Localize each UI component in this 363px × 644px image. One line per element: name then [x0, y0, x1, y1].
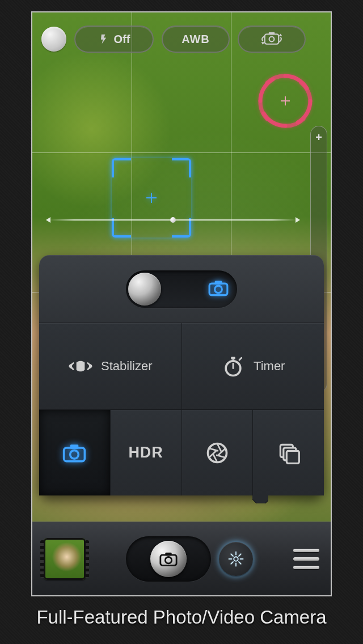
- svg-marker-4: [278, 33, 282, 36]
- svg-rect-2: [269, 32, 275, 35]
- crosshair-icon: [281, 96, 290, 105]
- svg-point-16: [208, 443, 226, 462]
- svg-marker-3: [261, 42, 265, 44]
- promo-caption: Full-Featured Photo/Video Camera: [36, 607, 326, 628]
- zoom-in-label: +: [315, 131, 322, 144]
- hdr-label: HDR: [128, 444, 163, 461]
- wb-label: AWB: [182, 33, 210, 46]
- camera-screen: Off AWB: [31, 11, 332, 596]
- svg-line-35: [239, 562, 241, 564]
- svg-line-34: [231, 554, 233, 556]
- aperture-mode-option[interactable]: [182, 409, 254, 495]
- menu-button[interactable]: [293, 549, 319, 569]
- menu-icon: [293, 549, 319, 552]
- shutter-knob: [150, 541, 187, 577]
- camera-icon: [202, 279, 235, 299]
- crosshair-icon: [146, 193, 157, 203]
- svg-point-14: [70, 450, 79, 459]
- svg-line-36: [239, 554, 241, 556]
- horizon-level: [49, 219, 297, 221]
- svg-point-29: [234, 557, 238, 561]
- svg-line-19: [216, 455, 226, 457]
- bottom-bar: [32, 522, 331, 595]
- svg-line-12: [239, 358, 242, 360]
- timer-option[interactable]: Timer: [182, 323, 324, 409]
- gallery-thumbnail[interactable]: [44, 538, 86, 580]
- photo-video-toggle[interactable]: [126, 270, 237, 308]
- panel-pointer: [252, 495, 268, 503]
- menu-icon: [293, 557, 319, 561]
- hdr-mode-option[interactable]: HDR: [111, 409, 182, 495]
- exposure-reticle[interactable]: [257, 73, 314, 129]
- svg-line-37: [231, 562, 233, 564]
- svg-rect-9: [231, 357, 235, 360]
- switch-camera-button[interactable]: [238, 26, 306, 53]
- gear-icon: [227, 550, 244, 567]
- stabilizer-icon: [68, 354, 93, 379]
- focus-reticle[interactable]: [112, 158, 191, 238]
- top-controls: Off AWB: [32, 23, 331, 56]
- svg-rect-7: [215, 281, 222, 284]
- timer-icon: [221, 354, 246, 379]
- camera-icon: [159, 552, 178, 566]
- aperture-icon: [205, 440, 230, 465]
- svg-point-6: [215, 286, 222, 293]
- settings-button[interactable]: [219, 542, 253, 576]
- svg-rect-15: [70, 444, 79, 448]
- normal-mode-option[interactable]: [39, 409, 111, 495]
- burst-icon: [276, 440, 301, 465]
- level-indicator: [170, 217, 176, 223]
- switch-camera-icon: [256, 31, 287, 47]
- options-panel: Stabilizer Timer HDR: [39, 255, 324, 495]
- flash-toggle[interactable]: Off: [74, 26, 154, 53]
- toggle-knob: [128, 273, 161, 306]
- flash-label: Off: [114, 33, 130, 46]
- record-indicator: [41, 27, 66, 52]
- timer-label: Timer: [254, 359, 285, 374]
- camera-icon: [62, 440, 87, 465]
- shutter-button[interactable]: [126, 536, 211, 582]
- panel-header: [39, 255, 324, 323]
- menu-icon: [293, 566, 319, 569]
- grid-line: [32, 152, 331, 153]
- white-balance-button[interactable]: AWB: [162, 26, 230, 53]
- stabilizer-option[interactable]: Stabilizer: [39, 323, 182, 409]
- svg-point-27: [165, 557, 171, 563]
- svg-rect-25: [286, 451, 299, 463]
- svg-rect-28: [165, 552, 171, 556]
- svg-point-1: [269, 37, 275, 42]
- burst-mode-option[interactable]: [253, 409, 324, 495]
- flash-icon: [98, 32, 109, 46]
- svg-line-22: [209, 448, 218, 451]
- svg-rect-0: [265, 34, 279, 44]
- stabilizer-label: Stabilizer: [101, 359, 152, 374]
